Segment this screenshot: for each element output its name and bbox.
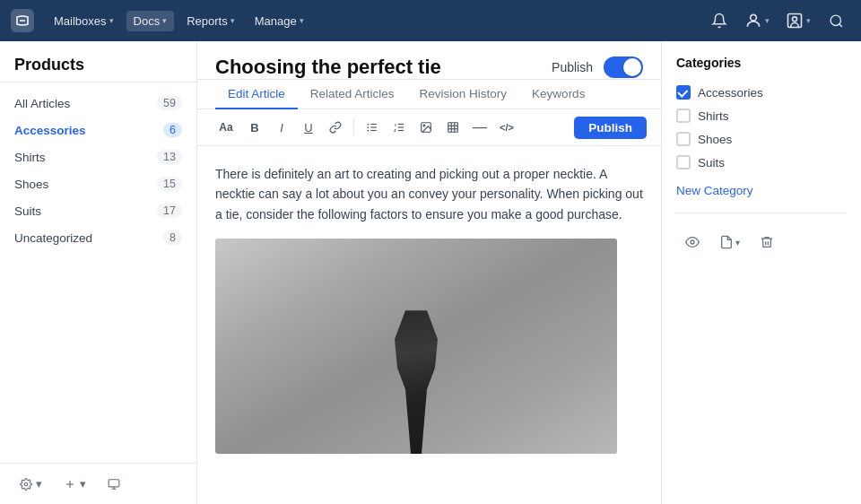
article-body-text: There is definitely an art to creating a… <box>215 164 643 224</box>
svg-point-27 <box>691 240 694 244</box>
chevron-down-icon: ▾ <box>230 16 235 25</box>
checkbox-shirts[interactable] <box>676 109 691 123</box>
svg-point-5 <box>24 482 28 486</box>
chevron-down-icon: ▾ <box>109 16 114 25</box>
top-navigation: Mailboxes ▾ Docs ▾ Reports ▾ Manage ▾ ▾ … <box>0 0 861 41</box>
chevron-down-icon: ▾ <box>300 16 304 25</box>
svg-point-0 <box>751 14 757 21</box>
trash-icon <box>760 235 774 249</box>
list-ol-icon <box>393 121 405 134</box>
svg-point-14 <box>367 124 369 126</box>
nav-manage[interactable]: Manage ▾ <box>248 11 311 31</box>
agent-menu[interactable]: ▾ <box>780 9 816 32</box>
sidebar: Products All Articles 59 Accessories 6 S… <box>0 41 197 504</box>
svg-line-4 <box>839 23 841 26</box>
chevron-down-icon: ▾ <box>765 16 770 25</box>
unordered-list-button[interactable] <box>360 115 385 140</box>
checkbox-suits[interactable] <box>676 155 691 169</box>
chevron-down-icon: ▾ <box>735 238 740 248</box>
publish-button[interactable]: Publish <box>574 117 647 139</box>
svg-point-21 <box>423 125 425 126</box>
right-panel: Categories Accessories Shirts Shoes Suit… <box>662 41 861 504</box>
sidebar-list: All Articles 59 Accessories 6 Shirts 13 … <box>0 83 196 463</box>
code-button[interactable]: </> <box>494 115 519 140</box>
sidebar-item-suits[interactable]: Suits 17 <box>0 197 196 224</box>
list-ul-icon <box>366 121 378 134</box>
sidebar-item-all-articles[interactable]: All Articles 59 <box>0 90 196 117</box>
sidebar-item-uncategorized[interactable]: Uncategorized 8 <box>0 224 196 251</box>
monitor-icon <box>108 478 120 491</box>
tab-related-articles[interactable]: Related Articles <box>298 80 407 109</box>
article-editor: Choosing the perfect tie Publish Edit Ar… <box>197 41 662 504</box>
main-layout: Products All Articles 59 Accessories 6 S… <box>0 41 861 504</box>
nav-mailboxes[interactable]: Mailboxes ▾ <box>47 11 121 31</box>
nav-reports[interactable]: Reports ▾ <box>179 11 242 31</box>
eye-icon <box>685 235 700 249</box>
export-button[interactable]: ▾ <box>712 231 747 253</box>
plus-icon <box>64 478 76 491</box>
bold-button[interactable]: B <box>242 115 267 140</box>
ordered-list-button[interactable] <box>387 115 412 140</box>
notifications-icon[interactable] <box>705 6 734 35</box>
toolbar-divider <box>353 119 354 135</box>
image-icon <box>420 121 432 134</box>
nav-docs[interactable]: Docs ▾ <box>126 11 175 31</box>
link-button[interactable] <box>323 115 348 140</box>
editor-toolbar: Aa B I U <box>197 109 661 146</box>
tie-shape <box>389 310 443 454</box>
sidebar-monitor-button[interactable] <box>99 474 129 495</box>
tab-revision-history[interactable]: Revision History <box>407 80 520 109</box>
svg-point-15 <box>367 126 369 128</box>
app-logo <box>11 9 34 32</box>
tab-keywords[interactable]: Keywords <box>519 80 597 109</box>
table-icon <box>447 121 459 134</box>
italic-button[interactable]: I <box>269 115 294 140</box>
category-item-shoes[interactable]: Shoes <box>676 127 847 151</box>
article-header: Choosing the perfect tie Publish <box>197 41 661 80</box>
new-category-link[interactable]: New Category <box>676 181 847 200</box>
table-button[interactable] <box>440 115 465 140</box>
sidebar-item-accessories[interactable]: Accessories 6 <box>0 117 196 143</box>
sidebar-header: Products <box>0 41 196 83</box>
checkbox-accessories[interactable] <box>676 85 691 100</box>
category-item-suits[interactable]: Suits <box>676 151 847 174</box>
file-icon <box>719 235 734 249</box>
categories-title: Categories <box>676 56 847 70</box>
category-item-shirts[interactable]: Shirts <box>676 104 847 127</box>
article-title: Choosing the perfect tie <box>215 56 541 79</box>
publish-toggle[interactable] <box>604 56 643 78</box>
tab-edit-article[interactable]: Edit Article <box>215 80 298 109</box>
sidebar-item-shoes[interactable]: Shoes 15 <box>0 170 196 197</box>
editor-content[interactable]: There is definitely an art to creating a… <box>197 146 661 504</box>
checkbox-shoes[interactable] <box>676 132 691 146</box>
category-item-accessories[interactable]: Accessories <box>676 81 847 104</box>
toggle-knob <box>623 58 641 76</box>
link-icon <box>329 121 342 134</box>
horizontal-rule-button[interactable]: — <box>467 115 492 140</box>
chevron-down-icon: ▾ <box>162 16 167 25</box>
svg-point-3 <box>831 15 840 25</box>
search-icon[interactable] <box>822 6 850 35</box>
image-button[interactable] <box>413 115 439 140</box>
svg-rect-22 <box>448 123 458 133</box>
tie-shirt-background <box>215 239 617 454</box>
svg-point-2 <box>793 17 797 22</box>
sidebar-item-shirts[interactable]: Shirts 13 <box>0 143 196 170</box>
delete-button[interactable] <box>751 226 783 258</box>
publish-label: Publish <box>552 60 593 74</box>
article-image <box>215 239 617 454</box>
sidebar-footer: ▾ ▾ <box>0 463 196 504</box>
panel-divider <box>676 213 847 213</box>
font-size-button[interactable]: Aa <box>212 115 240 140</box>
sidebar-add-button[interactable]: ▾ <box>55 473 95 495</box>
panel-actions: ▾ <box>676 226 847 258</box>
sidebar-settings-button[interactable]: ▾ <box>11 473 51 495</box>
underline-button[interactable]: U <box>296 115 321 140</box>
svg-point-16 <box>367 130 369 132</box>
user-profile-menu[interactable]: ▾ <box>739 9 775 32</box>
gear-icon <box>20 478 32 491</box>
chevron-down-icon: ▾ <box>806 16 811 25</box>
svg-rect-8 <box>109 479 119 486</box>
preview-button[interactable] <box>676 226 709 258</box>
